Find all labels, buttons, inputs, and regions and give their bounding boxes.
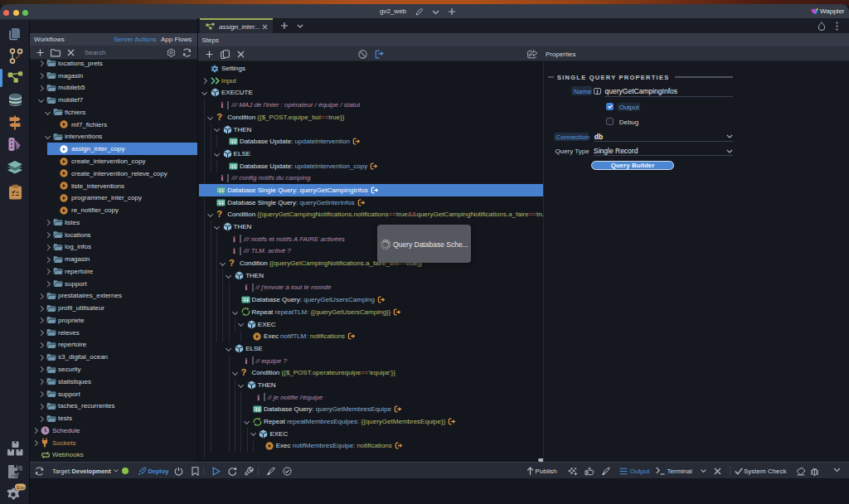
svg-text:Exp: Exp — [17, 485, 24, 490]
